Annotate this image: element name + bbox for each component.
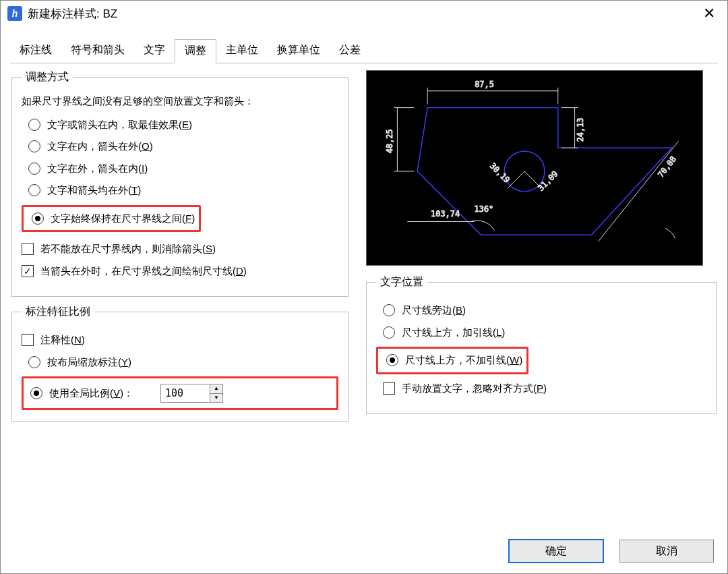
spinner-buttons[interactable]: ▲ ▼ — [210, 384, 222, 402]
chk-annotative[interactable]: ✓ 注释性(N) — [22, 333, 338, 348]
dim-top: 87,5 — [475, 80, 494, 89]
dim-circ-a: 30,19 — [488, 161, 512, 185]
group-text-pos: 文字位置 尺寸线旁边(B) 尺寸线上方，加引线(L) 尺寸线上方，不加引线(W) — [366, 275, 717, 414]
opt-above-leader[interactable]: 尺寸线上方，加引线(L) — [383, 325, 706, 341]
radio-icon — [383, 326, 395, 339]
dim-bottom: 103,74 — [431, 209, 460, 219]
tab-bar: 标注线 符号和箭头 文字 调整 主单位 换算单位 公差 — [10, 38, 718, 63]
opt-text-in[interactable]: 文字在内，箭头在外(O) — [28, 139, 338, 154]
close-button[interactable]: ✕ — [698, 5, 721, 22]
app-icon: h — [7, 6, 22, 21]
radio-icon — [28, 119, 40, 131]
group-fit-method: 调整方式 如果尺寸界线之间没有足够的空间放置文字和箭头： 文字或箭头在内，取最佳… — [11, 70, 348, 297]
checkbox-icon: ✓ — [22, 243, 34, 255]
spin-up-icon[interactable]: ▲ — [210, 384, 222, 394]
window-title: 新建标注样式: BZ — [28, 6, 698, 22]
radio-icon — [30, 387, 42, 399]
opt-global-scale[interactable]: 使用全局比例(V)： — [30, 386, 133, 401]
global-scale-spinner[interactable]: ▲ ▼ — [160, 384, 223, 403]
opt-beside[interactable]: 尺寸线旁边(B) — [383, 303, 706, 318]
chk-draw-dim-line[interactable]: ✓ 当箭头在外时，在尺寸界线之间绘制尺寸线(D) — [22, 264, 338, 279]
chk-suppress-arrows[interactable]: ✓ 若不能放在尺寸界线内，则消除箭头(S) — [22, 241, 338, 257]
radio-icon — [386, 354, 398, 366]
tab-text[interactable]: 文字 — [134, 39, 175, 63]
tab-primary[interactable]: 主单位 — [216, 39, 268, 63]
radio-icon — [28, 356, 40, 368]
tab-fit[interactable]: 调整 — [175, 39, 216, 63]
svg-line-12 — [508, 171, 524, 188]
highlight-keep-between: 文字始终保持在尺寸界线之间(F) — [22, 205, 201, 233]
checkbox-icon: ✓ — [22, 265, 34, 277]
spin-down-icon[interactable]: ▼ — [210, 394, 222, 403]
dim-angle: 136° — [475, 204, 494, 214]
svg-line-10 — [598, 141, 678, 241]
dialog-buttons: 确定 取消 — [509, 540, 714, 563]
radio-icon — [28, 140, 40, 152]
tab-alternate[interactable]: 换算单位 — [268, 39, 330, 63]
radio-icon — [28, 163, 40, 175]
checkbox-icon: ✓ — [22, 334, 34, 346]
cancel-button[interactable]: 取消 — [619, 540, 714, 563]
ok-button[interactable]: 确定 — [509, 540, 603, 563]
chk-manual-place[interactable]: ✓ 手动放置文字，忽略对齐方式(P) — [383, 381, 706, 397]
opt-keep-between[interactable]: 文字始终保持在尺寸界线之间(F) — [32, 211, 195, 227]
global-scale-input[interactable] — [161, 384, 210, 402]
group-scale-legend: 标注特征比例 — [22, 305, 94, 319]
group-scale: 标注特征比例 ✓ 注释性(N) 按布局缩放标注(Y) 使用全局比例 — [11, 305, 348, 422]
tab-tolerance[interactable]: 公差 — [330, 39, 370, 63]
dialog-window: h 新建标注样式: BZ ✕ 标注线 符号和箭头 文字 调整 主单位 换算单位 … — [0, 0, 728, 574]
dim-right-v: 24,13 — [576, 117, 585, 142]
radio-icon — [32, 212, 44, 225]
opt-best-fit[interactable]: 文字或箭头在内，取最佳效果(E) — [28, 117, 338, 133]
group-text-pos-legend: 文字位置 — [376, 275, 427, 289]
dim-left: 48,25 — [385, 129, 394, 153]
titlebar: h 新建标注样式: BZ ✕ — [1, 1, 727, 26]
tab-dim-lines[interactable]: 标注线 — [10, 39, 61, 63]
dim-diag: 70,08 — [656, 154, 678, 179]
checkbox-icon: ✓ — [383, 382, 395, 395]
highlight-global-scale: 使用全局比例(V)： ▲ ▼ — [22, 376, 338, 410]
opt-above-no-leader[interactable]: 尺寸线上方，不加引线(W) — [386, 353, 522, 368]
opt-by-layout[interactable]: 按布局缩放标注(Y) — [28, 355, 338, 370]
dim-circ-b: 31,09 — [536, 169, 559, 193]
tab-symbols[interactable]: 符号和箭头 — [61, 39, 134, 63]
opt-text-out[interactable]: 文字在外，箭头在内(I) — [28, 161, 338, 177]
radio-icon — [383, 304, 395, 316]
radio-icon — [28, 184, 40, 196]
highlight-above-no-leader: 尺寸线上方，不加引线(W) — [376, 347, 528, 374]
opt-both-out[interactable]: 文字和箭头均在外(T) — [28, 183, 338, 198]
group-fit-legend: 调整方式 — [22, 70, 73, 84]
preview-pane: 87,5 48,25 24,13 70,08 103,74 — [366, 70, 703, 266]
fit-intro: 如果尺寸界线之间没有足够的空间放置文字和箭头： — [22, 94, 338, 109]
